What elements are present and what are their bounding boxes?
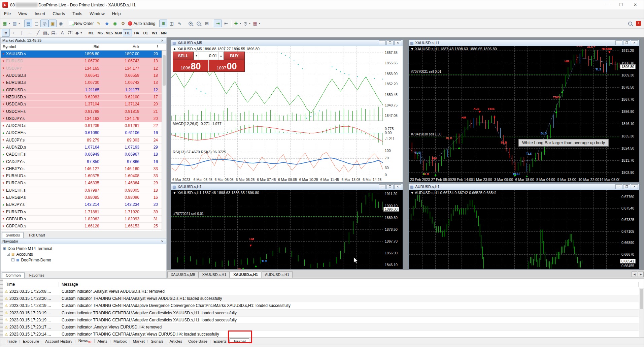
label-tool-icon[interactable]: T [66,29,74,37]
terminal-tab-articles[interactable]: Articles [166,338,185,344]
restore-button[interactable]: ❐ [386,184,394,189]
chart-plot[interactable]: #70770021 sell 0.01HMBLBTLS▲▲▼ [171,190,383,269]
journal-row[interactable]: ⚠2023.03.15 17:23:17....Custom indicator… [3,324,639,331]
maximize-button[interactable]: ☐ [614,1,628,9]
timeframe-m30[interactable]: M30 [114,29,123,36]
signals-icon[interactable]: ◉ [111,20,119,27]
navigator-item-dooprime-demo[interactable]: +▦DooPrime-Demo [1,257,166,263]
terminal-grip[interactable] [0,279,3,345]
terminal-tab-alerts[interactable]: Alerts [95,338,110,344]
restore-button[interactable]: ❐ [623,40,630,45]
close-button[interactable]: ✕ [631,184,638,189]
scroll-left-icon[interactable]: ◀ [632,272,637,277]
table-row-gbpusd.s[interactable]: ▲GBPUSD.s1.211651.2117712 [1,86,166,93]
table-row-usdchf.s[interactable]: ▼USDCHF.s0.917980.9181921 [1,108,166,115]
volume-stepper[interactable]: ▼0.01▲ [194,52,224,60]
tree-expander-icon[interactable]: - [7,253,10,256]
terminal-tab-experts[interactable]: Experts [210,338,230,344]
table-row-cadjpy.s[interactable]: ▲CADJPY.s97.85097.86616 [1,158,166,165]
chart-plot[interactable]: #70770021 sell 0.01#70419830 sell 1.00TL… [409,46,619,177]
tab-favorites[interactable]: Favorites [26,272,48,278]
navigator-root[interactable]: ▣Doo Prime MT4 Terminal [1,246,166,251]
chart-pane[interactable] [409,190,619,269]
terminal-tab-account-history[interactable]: Account History [42,338,75,344]
table-row-usdjpy.s[interactable]: ▼USDJPY.s134.163134.17920 [1,115,166,122]
timeframe-h1[interactable]: H1 [123,29,132,36]
price-axis[interactable]: 0.677600.675400.673250.671050.668900.666… [620,190,639,269]
chart-tab-3[interactable]: AUDUSD.s,H1 [262,271,293,278]
chart-window-audusd-h1[interactable]: ▥AUDUSD.s,H1—❐✕0.677600.675400.673250.67… [408,183,640,270]
chart-plot[interactable] [409,190,619,269]
metaeditor-icon[interactable]: ✎ [95,20,103,27]
new-chart-icon[interactable]: ▦▼ [2,20,11,27]
terminal-tab-mailbox[interactable]: Mailbox [110,338,130,344]
close-button[interactable]: ✕ [628,1,642,9]
chart-shift-icon[interactable]: ⇤ [222,20,230,27]
strategy-tester-icon[interactable]: ◉ [57,20,65,27]
trendline-tool-icon[interactable]: ╱ [34,29,42,37]
timeframe-m1[interactable]: M1 [87,29,96,36]
terminal-tab-code-base[interactable]: Code Base [185,338,210,344]
close-icon[interactable]: ✕ [160,240,165,243]
table-row-nzdusd.s[interactable]: ▼NZDUSD.s0.620830.6210017 [1,94,166,101]
timeframe-mn[interactable]: MN [159,29,168,36]
price-axis[interactable]: 1911.201900.101889.301878.501867.701856.… [383,190,403,269]
terminal-icon[interactable]: ▣ [48,20,57,27]
horizontal-line-tool-icon[interactable]: ─ [26,29,34,37]
restore-button[interactable]: ❐ [386,40,394,45]
auto-scroll-icon[interactable]: ⇥ [214,20,222,27]
market-watch-icon[interactable]: ▤ [24,20,32,27]
menu-insert[interactable]: Insert [31,10,49,18]
tile-windows-icon[interactable]: ⊞ [203,20,211,27]
time-axis[interactable]: 23 Feb 202327 Feb 05:0028 Feb 14:001 Mar… [409,177,619,182]
journal-row[interactable]: ⚠2023.03.15 17:23:14....Custom indicator… [3,331,639,338]
table-row-audnzd.s[interactable]: ▲AUDNZD.s1.071641.0719329 [1,144,166,151]
market-watch-scrollbar[interactable] [162,51,166,231]
autotrading-toggle[interactable]: AutoTrading [127,20,156,27]
terminal-tab-trade[interactable]: Trade [4,338,20,344]
minimize-button[interactable]: — [600,1,614,9]
journal-row[interactable]: ⚠2023.03.15 17:23:19....Custom indicator… [3,317,639,324]
journal-row[interactable]: ⚠2023.03.15 17:23:19....Custom indicator… [3,310,639,317]
menu-charts[interactable]: Charts [49,10,69,18]
cursor-tool-icon[interactable]: ➤ [2,29,10,37]
table-row-eurnzd.s[interactable]: ▼EURNZD.s1.718811.7192039 [1,209,166,216]
journal-row[interactable]: ⚠2023.03.15 17:25:08....Custom indicator… [3,288,639,295]
timeframe-m15[interactable]: M15 [105,29,114,36]
table-row-chfjpy.s[interactable]: ▼CHFJPY.s146.127146.16033 [1,165,166,172]
table-row-xauusd.s[interactable]: ▼XAUUSD.s1896.801897.0020 [1,51,166,58]
chart-tab-0[interactable]: XAUUSD.s,M5 [167,271,199,278]
table-row-usdcad.s[interactable]: ▼USDCAD.s1.371041.3712420 [1,101,166,108]
navigator-item-accounts[interactable]: -▦Accounts [1,251,166,257]
timeframe-d1[interactable]: D1 [141,29,150,36]
minimize-button[interactable]: — [379,184,386,189]
menu-help[interactable]: Help [108,10,125,18]
tab-symbols[interactable]: Symbols [2,232,24,238]
table-row-audcad.s[interactable]: ▼AUDCAD.s0.912390.9126122 [1,122,166,129]
chart-pane[interactable]: #70770021 sell 0.01HMBLBTLS▲▲▼ [171,190,383,269]
terminal-tab-market[interactable]: Market [130,338,148,344]
chart-pane[interactable]: RSI(13) 67.4670 RSI(3) 96.3725 [171,149,383,177]
close-button[interactable]: ✕ [631,40,638,45]
timeframe-w1[interactable]: W1 [150,29,159,36]
menu-view[interactable]: View [14,10,31,18]
table-row-eurusd.s[interactable]: ▼EURUSD.s1.067301.0674313 [1,79,166,86]
vertical-line-tool-icon[interactable]: | [18,29,26,37]
table-row-euraud.s[interactable]: ▼EURAUD.s1.603751.6040833 [1,172,166,180]
ask-price[interactable]: 189700 [209,60,244,71]
table-row-eurjpy.s[interactable]: ▲EURJPY.s143.214143.23420 [1,201,166,208]
chart-window-xauusd-h1-main[interactable]: ▥XAUUSD.s,H1—❐✕#70770021 sell 0.01#70419… [408,39,640,182]
table-row-audchf.s[interactable]: ▲AUDCHF.s0.610900.6110616 [1,129,166,136]
close-button[interactable]: ✕ [394,184,401,189]
table-row-gbpaud.s[interactable]: ▼GBPAUD.s1.820621.8209331 [1,216,166,223]
terminal-tab-journal[interactable]: Journal [230,338,249,344]
minimize-button[interactable]: — [615,184,622,189]
price-axis[interactable]: 1857.351855.651853.901852.201850.451848.… [383,46,403,177]
volume-increase-icon[interactable]: ▲ [218,52,224,60]
menu-tools[interactable]: Tools [69,10,86,18]
table-row-audjpy.s[interactable]: ▼AUDJPY.s89.27989.30324 [1,137,166,144]
table-row-cadchf.s[interactable]: ▲CADCHF.s0.669490.6696718 [1,151,166,158]
tree-expander-icon[interactable]: + [11,258,14,261]
expert-advisors-icon[interactable]: ◆ [103,20,111,27]
candlestick-icon[interactable]: ◫ [167,20,175,27]
